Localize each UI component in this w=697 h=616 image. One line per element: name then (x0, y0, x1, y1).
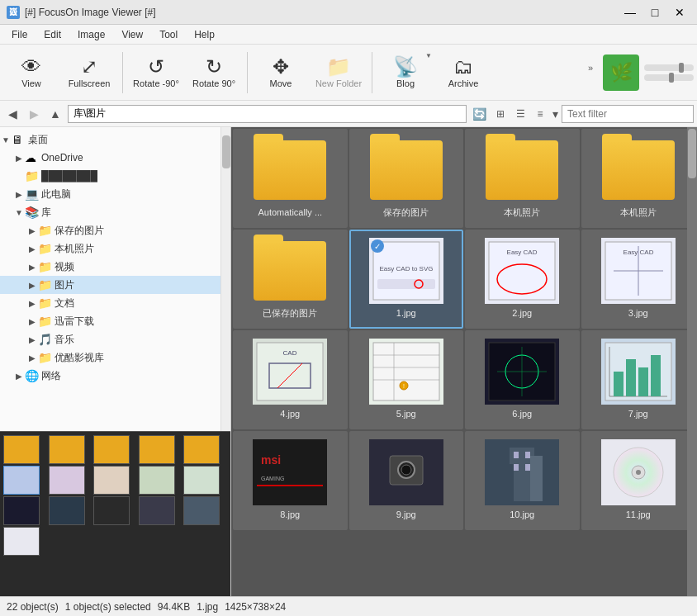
tree-scrollbar-thumb[interactable] (222, 135, 230, 168)
file-item[interactable]: CAD4.jpg (233, 330, 348, 429)
rotate-right-button[interactable]: ↻ Rotate 90° (186, 47, 242, 98)
move-button[interactable]: ✥ Move (253, 47, 309, 98)
thumbnail-item[interactable] (183, 496, 220, 525)
toolbar-expand-button[interactable]: » (585, 61, 596, 74)
tree-item-onedrive[interactable]: ▶☁OneDrive (0, 149, 230, 167)
content-scrollbar[interactable] (687, 127, 697, 596)
svg-rect-50 (501, 464, 514, 501)
expand-icon[interactable]: ▶ (26, 279, 38, 291)
back-button[interactable]: ◀ (3, 105, 21, 123)
thumbnail-item[interactable] (93, 435, 130, 464)
expand-icon[interactable]: ▶ (26, 225, 38, 236)
menu-edit[interactable]: Edit (36, 27, 69, 42)
blog-button[interactable]: 📡 Blog ▼ (377, 47, 434, 98)
file-item[interactable]: Easy CAD2.jpg (465, 230, 580, 329)
file-item[interactable]: Easy CAD to SVG✓1.jpg (349, 230, 464, 329)
address-input[interactable] (68, 105, 467, 123)
minimize-button[interactable]: — (619, 3, 641, 21)
list-view-button[interactable]: ☰ (511, 105, 529, 123)
expand-icon[interactable]: ▶ (26, 243, 38, 254)
svg-rect-51 (530, 456, 543, 501)
file-item[interactable]: Automatically ... (233, 129, 348, 228)
content-panel[interactable]: Automatically ...保存的图片本机照片本机照片已保存的图片Easy… (231, 127, 697, 596)
file-name: 10.jpg (510, 509, 534, 520)
thumbnail-item[interactable] (139, 496, 175, 525)
thumbnail-item[interactable] (3, 527, 40, 556)
maximize-button[interactable]: □ (644, 3, 666, 21)
tree-item-youku[interactable]: ▶📁优酷影视库 (0, 348, 230, 367)
expand-icon[interactable]: ▼ (13, 206, 25, 218)
tree-item-videos[interactable]: ▶📁视频 (0, 258, 230, 276)
text-filter-input[interactable] (562, 105, 694, 123)
refresh-button[interactable]: 🔄 (470, 105, 488, 123)
file-item[interactable]: 已保存的图片 (233, 230, 348, 329)
menu-help[interactable]: Help (186, 27, 223, 42)
expand-icon[interactable]: ▶ (26, 261, 38, 272)
thumbnail-item[interactable] (49, 435, 85, 464)
menu-view[interactable]: View (113, 27, 151, 42)
expand-icon[interactable]: ▼ (0, 134, 12, 145)
tree-item-local-photos[interactable]: ▶📁本机照片 (0, 239, 230, 258)
tree-scrollbar[interactable] (220, 127, 230, 431)
tree-item-music[interactable]: ▶🎵音乐 (0, 330, 230, 348)
file-item[interactable]: !5.jpg (349, 330, 464, 429)
new-folder-button[interactable]: 📁 New Folder (311, 47, 367, 98)
thumbnail-item[interactable] (3, 466, 40, 495)
thumbnail-item[interactable] (183, 466, 220, 495)
file-item[interactable]: 保存的图片 (349, 129, 464, 228)
file-item[interactable]: 11.jpg (581, 431, 696, 530)
new-folder-label: New Folder (315, 78, 362, 88)
expand-icon[interactable]: ▶ (13, 370, 25, 381)
fullscreen-button[interactable]: ⤢ Fullscreen (61, 47, 117, 98)
file-item[interactable]: 7.jpg (581, 330, 696, 429)
detail-view-button[interactable]: ≡ (531, 105, 549, 123)
thumbnail-item[interactable] (49, 466, 85, 495)
tree-item-xunlei[interactable]: ▶📁迅雷下载 (0, 312, 230, 330)
menu-file[interactable]: File (3, 27, 36, 42)
thumbnail-item[interactable] (3, 496, 40, 525)
expand-icon[interactable]: ▶ (26, 315, 38, 327)
expand-icon[interactable]: ▶ (26, 352, 38, 363)
view-button[interactable]: 👁 View (3, 47, 59, 98)
thumbnail-item[interactable] (49, 496, 85, 525)
tree-item-lib[interactable]: ▼📚库 (0, 203, 230, 221)
file-item[interactable]: msiGAMING8.jpg (233, 431, 348, 530)
rotate-left-button[interactable]: ↺ Rotate -90° (128, 47, 184, 98)
menu-image[interactable]: Image (69, 27, 113, 42)
view-toggle-group: ⊞ ☰ ≡ (491, 105, 549, 123)
file-item[interactable]: Easy CAD3.jpg (581, 230, 696, 329)
thumbnail-item[interactable] (3, 435, 40, 464)
menu-tool[interactable]: Tool (151, 27, 186, 42)
expand-icon[interactable]: ▶ (13, 152, 25, 163)
file-item[interactable]: 本机照片 (465, 129, 580, 228)
tree-item-user[interactable]: 📁████████ (0, 167, 230, 185)
file-item[interactable]: 本机照片 (581, 129, 696, 228)
tree-item-network[interactable]: ▶🌐网络 (0, 367, 230, 385)
thumbnail-item[interactable] (93, 496, 130, 525)
content-scrollbar-thumb[interactable] (688, 129, 696, 178)
thumbnail-item[interactable] (183, 435, 220, 464)
file-item[interactable]: 6.jpg (465, 330, 580, 429)
thumbnail-item[interactable] (139, 435, 175, 464)
slider-2[interactable] (644, 74, 694, 81)
thumbnail-item[interactable] (139, 466, 175, 495)
tree-item-thispc[interactable]: ▶💻此电脑 (0, 185, 230, 203)
close-button[interactable]: ✕ (669, 3, 690, 21)
tree-item-pictures[interactable]: ▶📁图片 (0, 276, 230, 294)
file-item[interactable]: 10.jpg (465, 431, 580, 530)
tree-item-docs[interactable]: ▶📁文档 (0, 294, 230, 312)
expand-icon[interactable]: ▶ (26, 297, 38, 309)
expand-icon[interactable]: ▶ (13, 188, 25, 200)
tree-item-desktop[interactable]: ▼🖥桌面 (0, 130, 230, 149)
tree-item-saved-pics[interactable]: ▶📁保存的图片 (0, 221, 230, 239)
expand-icon[interactable]: ▶ (26, 334, 38, 345)
archive-button[interactable]: 🗂 Archive (435, 47, 491, 98)
grid-view-button[interactable]: ⊞ (491, 105, 510, 123)
fullscreen-icon: ⤢ (81, 57, 97, 77)
folder-icon: 🎵 (38, 333, 51, 346)
thumbnail-item[interactable] (93, 466, 130, 495)
up-button[interactable]: ▲ (46, 105, 64, 123)
forward-button[interactable]: ▶ (25, 105, 43, 123)
slider-1[interactable] (644, 64, 694, 71)
file-item[interactable]: 9.jpg (349, 431, 464, 530)
